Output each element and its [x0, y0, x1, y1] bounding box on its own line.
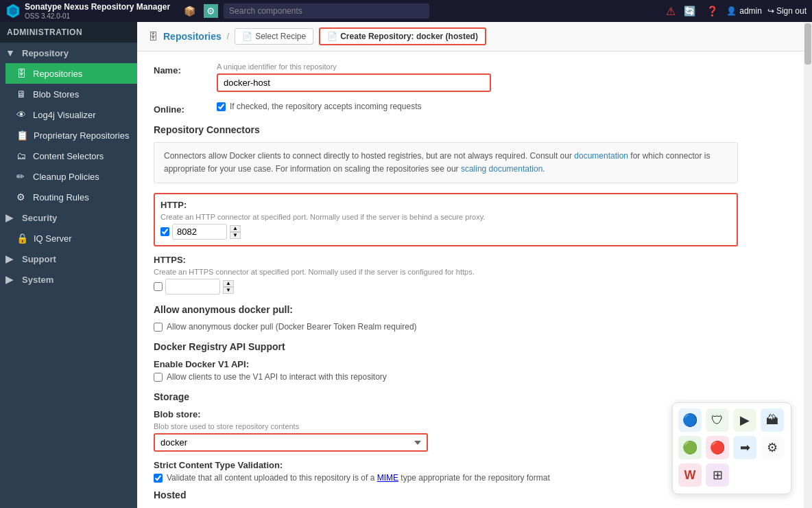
strict-content-label: Strict Content Type Validation: [154, 460, 738, 470]
sidebar-item-support-label: Support [22, 254, 56, 264]
sidebar-item-iq-server[interactable]: 🔒 IQ Server [0, 228, 137, 249]
name-hint: A unique identifier for this repository [217, 62, 738, 71]
sidebar-item-routing-rules[interactable]: ⚙ Routing Rules [5, 187, 137, 207]
page-header: 🗄 Repositories / 📄 Select Recipe 📄 Creat… [137, 22, 812, 51]
breadcrumb-repositories-link[interactable]: Repositories [163, 31, 222, 42]
http-port-up[interactable]: ▲ [230, 225, 241, 232]
http-port-spinner: ▲ ▼ [230, 225, 241, 239]
widget-photo-icon[interactable]: 🏔 [761, 408, 784, 432]
name-field-content: A unique identifier for this repository [217, 62, 738, 92]
online-field-row: Online: If checked, the repository accep… [154, 102, 738, 115]
scrollbar-thumb[interactable] [804, 23, 811, 65]
sidebar-item-cleanup-policies[interactable]: ✏ Cleanup Policies [5, 166, 137, 187]
widget-sliders-icon[interactable]: ⚙ [761, 436, 784, 459]
anon-docker-section: Allow anonymous docker pull: Allow anony… [154, 304, 738, 332]
sidebar-item-proprietary-repos[interactable]: 📋 Proprietary Repositories [5, 125, 137, 146]
refresh-icon-btn[interactable]: 🔄 [681, 4, 698, 18]
https-port-spinner: ▲ ▼ [223, 280, 234, 294]
repo-connectors-title: Repository Connectors [154, 124, 738, 135]
sidebar-item-content-selectors[interactable]: 🗂 Content Selectors [5, 146, 137, 166]
app-version: OSS 3.42.0-01 [25, 12, 170, 20]
anon-docker-checkbox[interactable] [154, 323, 163, 332]
http-connector-section: HTTP: Create an HTTP connector at specif… [154, 193, 738, 246]
sidebar-item-routing-rules-label: Routing Rules [33, 192, 89, 203]
sidebar-item-repositories[interactable]: 🗄 Repositories [5, 63, 137, 84]
sidebar-item-repository[interactable]: ▼ Repository [0, 43, 137, 63]
search-input[interactable] [224, 3, 429, 19]
sidebar-item-support[interactable]: ▶ Support [0, 249, 137, 269]
https-checkbox[interactable] [154, 282, 163, 291]
help-icon-btn[interactable]: ❓ [704, 4, 721, 18]
doc-link[interactable]: documentation [574, 151, 628, 161]
online-field-content: If checked, the repository accepts incom… [217, 102, 738, 111]
enable-v1-label: Enable Docker V1 API: [154, 359, 738, 369]
widget-bluetooth-icon[interactable]: 🔵 [678, 408, 702, 432]
http-port-input[interactable] [172, 224, 227, 240]
enable-v1-hint: Allow clients to use the V1 API to inter… [167, 372, 387, 382]
sidebar-item-blob-stores[interactable]: 🖥 Blob Stores [5, 84, 137, 104]
https-port-input[interactable] [165, 279, 220, 295]
enable-v1-checkbox[interactable] [154, 373, 163, 382]
widget-shield-icon[interactable]: 🛡 [706, 408, 729, 432]
signout-button[interactable]: ↪ Sign out [767, 6, 807, 16]
admin-header: Administration [0, 22, 137, 43]
blob-stores-icon: 🖥 [16, 89, 27, 100]
widget-arrow-icon[interactable]: ➡ [733, 436, 756, 459]
logo-area: Sonatype Nexus Repository Manager OSS 3.… [5, 2, 170, 19]
https-label: HTTPS: [154, 255, 738, 265]
alert-icon: ⚠ [666, 5, 676, 18]
select-recipe-label: Select Recipe [255, 32, 306, 41]
scrollbar-track[interactable] [804, 22, 812, 508]
https-port-down[interactable]: ▼ [223, 287, 234, 294]
mime-link[interactable]: MIME [377, 473, 398, 483]
widget-red-icon[interactable]: 🔴 [706, 436, 729, 459]
strict-content-checkbox[interactable] [154, 474, 163, 483]
chevron-right-icon-system: ▶ [5, 274, 16, 285]
packages-icon-btn[interactable]: 📦 [181, 4, 198, 18]
connectors-description: Connectors allow Docker clients to conne… [154, 142, 738, 183]
sidebar-item-system[interactable]: ▶ System [0, 269, 137, 290]
strict-content-hint: Validate that all content uploaded to th… [167, 473, 550, 483]
signout-icon: ↪ [767, 6, 774, 16]
cleanup-policies-icon: ✏ [16, 171, 27, 182]
sidebar-item-content-selectors-label: Content Selectors [33, 151, 104, 161]
app-name: Sonatype Nexus Repository Manager [25, 2, 170, 12]
online-checkbox[interactable] [217, 102, 226, 111]
widget-green-icon[interactable]: 🟢 [678, 436, 702, 459]
widget-grid-icon[interactable]: ⊞ [706, 463, 729, 487]
iq-server-icon: 🔒 [16, 233, 28, 244]
hosted-section: Hosted Deployment policy: Controls if de… [154, 489, 738, 508]
http-checkbox[interactable] [160, 227, 169, 236]
create-repo-icon: 📄 [327, 32, 337, 41]
widget-play-icon[interactable]: ▶ [733, 408, 756, 432]
name-input[interactable] [217, 73, 491, 92]
docker-api-title: Docker Registry API Support [154, 341, 738, 352]
settings-icon-btn[interactable]: ⚙ [204, 4, 218, 18]
admin-area: 👤 admin [726, 6, 762, 16]
sidebar-item-blob-stores-label: Blob Stores [33, 89, 79, 100]
sidebar-item-cleanup-policies-label: Cleanup Policies [33, 172, 99, 182]
name-field-row: Name: A unique identifier for this repos… [154, 62, 738, 92]
chevron-right-icon-support: ▶ [5, 253, 16, 264]
widget-w-icon[interactable]: W [678, 463, 702, 487]
sidebar-item-repositories-label: Repositories [33, 69, 82, 79]
sidebar-item-security-label: Security [22, 213, 57, 223]
blob-store-select[interactable]: docker default [154, 433, 428, 452]
select-recipe-tab[interactable]: 📄 Select Recipe [235, 28, 313, 45]
create-repository-tab[interactable]: 📄 Create Repository: docker (hosted) [319, 27, 486, 45]
https-port-up[interactable]: ▲ [223, 280, 234, 287]
scaling-doc-link[interactable]: scaling documentation [461, 164, 542, 174]
sidebar-item-log4j-label: Log4j Visualizer [33, 110, 96, 120]
blob-store-label: Blob store: [154, 409, 738, 419]
storage-title: Storage [154, 391, 738, 402]
storage-section: Storage Blob store: Blob store used to s… [154, 391, 738, 483]
breadcrumb-separator: / [227, 32, 229, 41]
online-label: Online: [154, 102, 208, 115]
sidebar-item-security[interactable]: ▶ Security [0, 207, 137, 228]
repositories-icon: 🗄 [16, 68, 27, 79]
https-connector-section: HTTPS: Create an HTTPS connector at spec… [154, 255, 738, 295]
sidebar-item-log4j[interactable]: 👁 Log4j Visualizer [5, 104, 137, 125]
http-port-down[interactable]: ▼ [230, 232, 241, 239]
select-recipe-icon: 📄 [242, 32, 252, 41]
sidebar-item-proprietary-repos-label: Proprietary Repositories [34, 130, 129, 141]
